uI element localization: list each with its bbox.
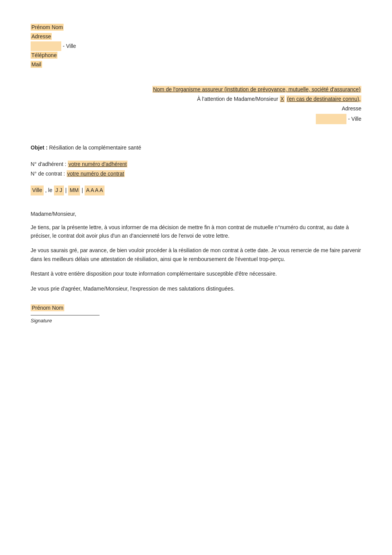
subject-label: Objet : <box>31 144 47 151</box>
signature-name: Prénom Nom <box>31 304 64 311</box>
recipient-attention-name: X <box>280 95 285 102</box>
paragraph-4: Je vous prie d'agréer, Madame/Monsieur, … <box>31 284 361 293</box>
paragraph-2: Je vous saurais gré, par avance, de bien… <box>31 246 361 263</box>
sender-block: Prénom Nom Adresse - Ville Téléphone Mai… <box>31 23 361 69</box>
recipient-city: Ville <box>351 116 361 122</box>
recipient-postal-code <box>316 114 346 124</box>
sender-mail: Mail <box>31 60 361 69</box>
adherent-number-line: N° d'adhérent : votre numéro d'adhérent <box>31 159 361 169</box>
recipient-address: Adresse <box>31 104 361 113</box>
signature-underline <box>31 315 100 315</box>
sender-postal-code <box>31 41 61 51</box>
subject-block: Objet : Résiliation de la complémentaire… <box>31 143 361 153</box>
contract-number-line: N° de contrat : votre numéro de contrat <box>31 169 361 179</box>
recipient-city-line: - Ville <box>31 114 361 124</box>
recipient-org-name: Nom de l'organisme assureur (institution… <box>31 85 361 94</box>
recipient-attention-line: À l'attention de Madame/Monsieur X (en c… <box>31 94 361 104</box>
adherent-block: N° d'adhérent : votre numéro d'adhérent … <box>31 159 361 179</box>
salutation: Madame/Monsieur, <box>31 211 361 217</box>
recipient-block: Nom de l'organisme assureur (institution… <box>31 85 361 124</box>
subject-line: Objet : Résiliation de la complémentaire… <box>31 143 361 153</box>
adherent-number-value: votre numéro d'adhérent <box>68 161 127 167</box>
signature-block: Prénom Nom Signature <box>31 304 361 323</box>
sender-address: Adresse <box>31 32 361 41</box>
sender-telephone: Téléphone <box>31 51 361 60</box>
signature-label: Signature <box>31 318 361 323</box>
date-year: A A A A <box>85 186 105 195</box>
date-day: J J <box>54 186 64 195</box>
date-city: Ville <box>31 186 44 195</box>
date-month: MM <box>68 186 80 195</box>
subject-text: Résiliation de la complémentaire santé <box>49 144 141 151</box>
paragraph-3: Restant à votre entière disposition pour… <box>31 269 361 278</box>
sender-name: Prénom Nom <box>31 23 361 32</box>
date-block: Ville , le J J | MM | A A A A <box>31 186 361 195</box>
signature-name-line: Prénom Nom <box>31 304 361 315</box>
paragraph-1: Je tiens, par la présente lettre, à vous… <box>31 223 361 240</box>
contract-number-value: votre numéro de contrat <box>67 170 125 177</box>
sender-city-line: - Ville <box>31 41 361 51</box>
recipient-attention-suffix: (en cas de destinataire connu), <box>286 95 361 102</box>
sender-city: Ville <box>66 43 76 49</box>
body-block: Madame/Monsieur, Je tiens, par la présen… <box>31 211 361 293</box>
